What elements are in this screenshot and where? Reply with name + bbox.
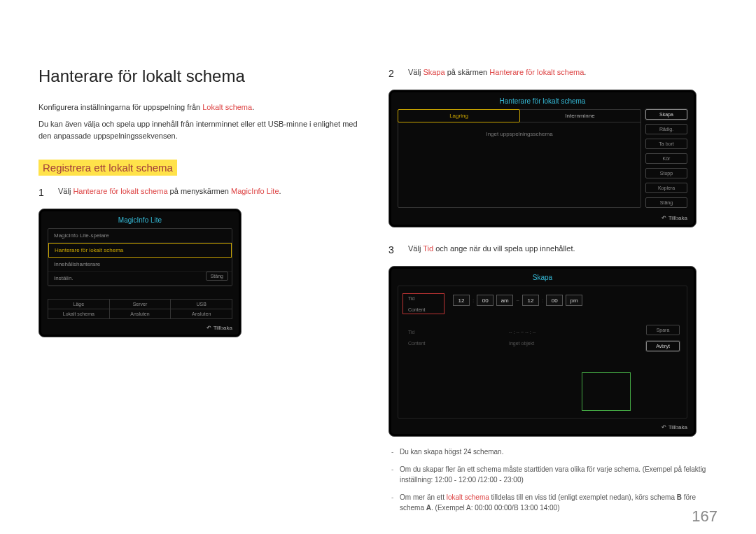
s3-pre: Välj: [408, 244, 423, 253]
mock1-row-3[interactable]: Inställn.: [48, 272, 232, 286]
notes-list: Du kan skapa högst 24 scheman. Om du ska…: [388, 447, 721, 513]
note-3: Om mer än ett lokalt schema tilldelas ti…: [391, 492, 721, 513]
mock2-empty-text: Inget uppspelningsschema: [398, 122, 640, 186]
s1-pre: Välj: [58, 187, 73, 195]
s1-post: .: [279, 187, 281, 195]
s2-red2: Hanterare för lokalt schema: [489, 68, 584, 76]
mock1-row-0[interactable]: MagicInfo Lite-spelare: [48, 229, 232, 243]
n3-a: A: [426, 504, 431, 512]
step-2-num: 2: [388, 66, 398, 81]
step-3: 3 Välj Tid och ange när du vill spela up…: [388, 243, 721, 258]
mock2-back[interactable]: Tillbaka: [662, 215, 687, 221]
s2-post: .: [584, 68, 586, 76]
page-number: 167: [692, 507, 718, 526]
step-1-num: 1: [38, 185, 48, 200]
n3-post: . (Exempel A: 00:00 00:00/B 13:00 14:00): [431, 504, 559, 512]
mock1-close-button[interactable]: Stäng: [206, 272, 228, 281]
n3-red: lokalt schema: [447, 493, 489, 501]
s1-red2: MagicInfo Lite: [231, 187, 279, 195]
intro-line-1: Konfigurera inställningarna för uppspeln…: [38, 101, 360, 114]
mock3-btn-spara[interactable]: Spara: [646, 325, 680, 335]
m3-ghost2-label: Content: [408, 341, 443, 346]
time-m2[interactable]: 00: [546, 295, 563, 306]
m3-ghost1-label: Tid: [408, 330, 443, 335]
m3-ghost1-val: -- : -- ~ -- : --: [509, 330, 536, 335]
step-1: 1 Välj Hanterare för lokalt schema på me…: [38, 185, 360, 200]
mock2-tab-lagring[interactable]: Lagring: [398, 109, 520, 122]
s2-pre: Välj: [408, 68, 423, 76]
mock3-back[interactable]: Tillbaka: [662, 424, 687, 430]
mock2-btn-tabort[interactable]: Ta bort: [645, 139, 687, 149]
mock2-btn-stang[interactable]: Stäng: [645, 197, 687, 208]
time-sep: ~: [516, 297, 519, 304]
mock3-title: Skapa: [393, 271, 692, 286]
note-1: Du kan skapa högst 24 scheman.: [391, 447, 721, 457]
section-subhead: Registrera ett lokalt schema: [38, 160, 177, 176]
note-2: Om du skapar fler än ett schema måste st…: [391, 464, 721, 485]
intro1-post: .: [252, 103, 254, 111]
intro1-pre: Konfigurera inställningarna för uppspeln…: [38, 103, 202, 111]
s1-mid: på menyskärmen: [168, 187, 231, 195]
s2-mid: på skärmen: [445, 68, 490, 76]
intro1-red: Lokalt schema: [202, 103, 252, 111]
mock-magicinfo-menu: MagicInfo Lite MagicInfo Lite-spelare Ha…: [38, 209, 241, 337]
mock1-row-2[interactable]: Innehållshanterare: [48, 258, 232, 272]
time-h1[interactable]: 12: [453, 295, 470, 306]
step-3-num: 3: [388, 243, 398, 258]
time-m1[interactable]: 00: [477, 295, 493, 306]
m1-th-1: Läge: [48, 299, 110, 309]
time-ap1[interactable]: am: [496, 295, 513, 306]
page-title: Hanterare för lokalt schema: [38, 66, 360, 86]
m1-th-2: Server: [109, 299, 171, 309]
mock2-btn-kopiera[interactable]: Kopiera: [645, 183, 687, 193]
m1-td-2: Ansluten: [109, 309, 171, 318]
highlight-green-icon: [582, 372, 631, 411]
mock2-btn-kor[interactable]: Kör: [645, 153, 687, 164]
time-ap2[interactable]: pm: [566, 295, 582, 306]
mock-skapa-screen: Skapa Tid 12 : 00 am ~ 12 : 00 pm: [388, 266, 696, 437]
n3-pre: Om mer än ett: [400, 493, 447, 501]
m3-row2-label: Content: [408, 307, 443, 312]
mock2-btn-stopp[interactable]: Stopp: [645, 168, 687, 178]
time-h2[interactable]: 12: [522, 295, 539, 306]
s1-red1: Hanterare för lokalt schema: [73, 187, 167, 195]
mock3-btn-avbryt[interactable]: Avbryt: [646, 341, 680, 351]
mock2-title: Hanterare för lokalt schema: [393, 94, 692, 109]
m1-th-3: USB: [171, 299, 232, 309]
m3-row1-label: Tid: [408, 296, 443, 301]
m3-ghost2-val: Inget objekt: [509, 341, 534, 346]
n3-mid: tilldelas till en viss tid (enligt exemp…: [489, 493, 677, 501]
intro-line-2: Du kan även välja och spela upp innehåll…: [38, 118, 360, 143]
mock1-title: MagicInfo Lite: [43, 213, 237, 228]
s3-post: och ange när du vill spela upp innehålle…: [433, 244, 575, 253]
mock2-btn-radig[interactable]: Rädig.: [645, 124, 687, 134]
s2-red1: Skapa: [423, 68, 444, 76]
s3-red1: Tid: [423, 244, 433, 253]
mock2-tab-internminne[interactable]: Internminne: [519, 110, 640, 122]
mock1-back[interactable]: Tillbaka: [206, 325, 232, 331]
step-2: 2 Välj Skapa på skärmen Hanterare för lo…: [388, 66, 721, 81]
m1-td-1: Lokalt schema: [48, 309, 110, 318]
mock1-row-1-selected[interactable]: Hanterare för lokalt schema: [48, 243, 232, 258]
mock1-status-table: Läge Server USB Lokalt schema Ansluten A…: [48, 299, 232, 319]
m1-td-3: Ansluten: [171, 309, 232, 318]
n3-b: B: [677, 493, 682, 501]
mock2-btn-skapa[interactable]: Skapa: [645, 109, 687, 120]
mock-hanterare-screen: Hanterare för lokalt schema Lagring Inte…: [388, 90, 696, 227]
